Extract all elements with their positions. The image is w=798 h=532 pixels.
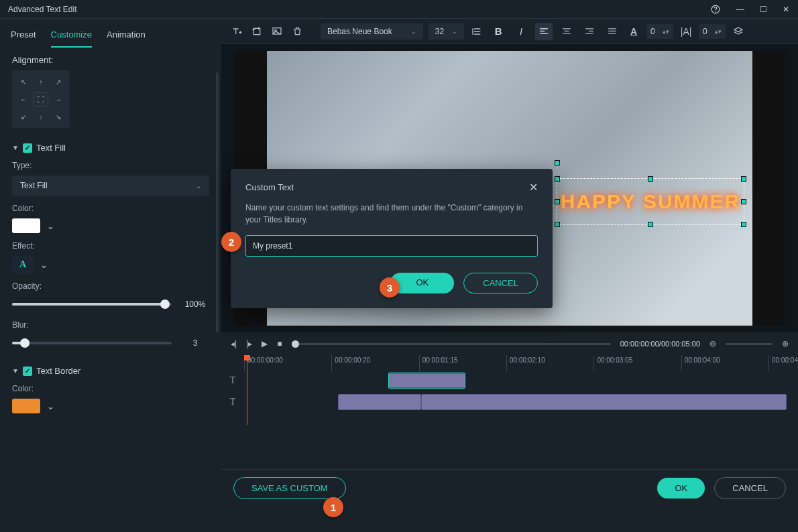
chevron-down-icon[interactable]: ⌄ bbox=[47, 221, 54, 231]
letter-spacing-input[interactable]: 0▴▾ bbox=[646, 24, 673, 39]
align-right-button[interactable] bbox=[581, 23, 598, 40]
effect-label: Effect: bbox=[12, 241, 209, 251]
kerning-icon[interactable]: |A| bbox=[679, 24, 693, 39]
annotation-badge-2: 2 bbox=[221, 232, 241, 252]
zoom-in-icon[interactable]: ⊕ bbox=[782, 339, 789, 348]
zoom-out-icon[interactable]: ⊖ bbox=[709, 339, 716, 348]
align-mc-icon[interactable]: ⛶ bbox=[34, 92, 48, 107]
cancel-button[interactable]: CANCEL bbox=[714, 477, 786, 499]
effect-select[interactable]: A bbox=[12, 256, 34, 273]
scrollbar[interactable] bbox=[216, 72, 219, 332]
align-mr-icon[interactable]: → bbox=[51, 92, 66, 107]
font-size-select[interactable]: 32⌄ bbox=[429, 23, 464, 40]
minimize-icon[interactable]: — bbox=[734, 5, 747, 14]
caret-down-icon[interactable]: ▼ bbox=[12, 144, 19, 151]
alignment-grid[interactable]: ↖ ↑ ↗ ← ⛶ → ↙ ↓ ↘ bbox=[12, 70, 70, 128]
sidebar: Alignment: ↖ ↑ ↗ ← ⛶ → ↙ ↓ ↘ ▼ Text Fill… bbox=[0, 19, 221, 507]
bottom-bar: SAVE AS CUSTOM OK CANCEL bbox=[221, 469, 798, 507]
step-back-icon[interactable]: ◂| bbox=[231, 339, 237, 348]
type-label: Type: bbox=[12, 161, 209, 170]
align-justify-button[interactable] bbox=[604, 23, 621, 40]
timeline-ruler[interactable]: 00:00:00:00 00:00:00:20 00:00:01:15 00:0… bbox=[221, 355, 798, 371]
annotation-badge-3: 3 bbox=[380, 277, 400, 297]
trash-icon[interactable] bbox=[290, 24, 304, 39]
align-center-button[interactable] bbox=[558, 23, 575, 40]
type-select[interactable]: Text Fill ⌄ bbox=[12, 176, 209, 196]
modal-close-icon[interactable]: ✕ bbox=[529, 181, 538, 194]
modal-description: Name your custom text settings and find … bbox=[245, 202, 538, 226]
window-title: Advanced Text Edit bbox=[5, 5, 711, 14]
text-color-icon[interactable]: A bbox=[626, 24, 641, 39]
playback-bar: ◂| |▸ ▶ ■ 00:00:00:00/00:00:05:00 ⊖ ⊕ bbox=[221, 332, 798, 355]
playback-slider[interactable] bbox=[292, 343, 611, 345]
timecode: 00:00:00:00/00:00:05:00 bbox=[620, 340, 700, 348]
modal-cancel-button[interactable]: CANCEL bbox=[463, 273, 538, 293]
preset-name-input[interactable] bbox=[245, 235, 538, 257]
color-swatch-fill[interactable] bbox=[12, 218, 40, 233]
opacity-slider[interactable] bbox=[12, 303, 172, 306]
image-icon[interactable] bbox=[270, 24, 284, 39]
titlebar: Advanced Text Edit — ☐ ✕ bbox=[0, 0, 798, 19]
font-select[interactable]: Bebas Neue Book⌄ bbox=[321, 23, 423, 40]
canvas-title-text[interactable]: HAPPY SUMMER bbox=[561, 190, 740, 213]
text-track-icon: T bbox=[221, 397, 244, 407]
type-value: Text Fill bbox=[20, 181, 48, 190]
blur-label: Blur: bbox=[12, 320, 209, 330]
stop-icon[interactable]: ■ bbox=[277, 339, 282, 348]
align-bl-icon[interactable]: ↙ bbox=[16, 109, 31, 124]
chevron-down-icon: ⌄ bbox=[196, 182, 201, 190]
text-border-checkbox[interactable] bbox=[23, 367, 32, 376]
track-row[interactable]: T Happy Summer bbox=[221, 371, 798, 390]
text-fill-checkbox[interactable] bbox=[23, 143, 32, 153]
align-br-icon[interactable]: ↘ bbox=[51, 109, 66, 124]
align-tr-icon[interactable]: ↗ bbox=[51, 74, 66, 89]
text-track-icon: T bbox=[221, 375, 244, 386]
align-tc-icon[interactable]: ↑ bbox=[34, 74, 48, 89]
text-border-header: Text Border bbox=[36, 366, 80, 376]
italic-button[interactable]: I bbox=[512, 23, 530, 40]
border-color-label: Color: bbox=[12, 384, 209, 393]
layers-icon[interactable] bbox=[731, 24, 746, 39]
modal-title: Custom Text bbox=[245, 182, 294, 192]
align-ml-icon[interactable]: ← bbox=[16, 92, 31, 107]
track-row[interactable]: T bbox=[221, 393, 798, 411]
add-text-icon[interactable] bbox=[229, 24, 244, 39]
color-label: Color: bbox=[12, 204, 209, 213]
font-size-value: 32 bbox=[435, 27, 444, 36]
annotation-badge-1: 1 bbox=[323, 497, 343, 517]
caret-down-icon[interactable]: ▼ bbox=[12, 367, 19, 375]
crop-icon[interactable] bbox=[249, 24, 264, 39]
timeline: 00:00:00:00 00:00:00:20 00:00:01:15 00:0… bbox=[221, 355, 798, 469]
playhead[interactable] bbox=[247, 355, 247, 425]
clip-happy-summer[interactable]: Happy Summer bbox=[388, 373, 466, 389]
opacity-value: 100% bbox=[181, 300, 209, 309]
bold-button[interactable]: B bbox=[490, 23, 507, 40]
align-left-button[interactable] bbox=[535, 23, 553, 40]
chevron-down-icon[interactable]: ⌄ bbox=[40, 260, 48, 270]
color-swatch-border[interactable] bbox=[12, 399, 40, 413]
ok-button[interactable]: OK bbox=[657, 478, 705, 498]
zoom-slider[interactable] bbox=[726, 343, 773, 345]
top-toolbar: Bebas Neue Book⌄ 32⌄ B I A 0▴▾ |A| 0▴▾ bbox=[221, 19, 798, 44]
text-selection[interactable]: HAPPY SUMMER bbox=[557, 178, 744, 225]
play-icon[interactable]: ▶ bbox=[262, 339, 268, 348]
clip-secondary[interactable] bbox=[338, 394, 421, 410]
alignment-label: Alignment: bbox=[12, 55, 209, 65]
align-tl-icon[interactable]: ↖ bbox=[16, 74, 31, 89]
maximize-icon[interactable]: ☐ bbox=[756, 5, 770, 14]
blur-value: 3 bbox=[181, 338, 209, 348]
clip-secondary-2[interactable] bbox=[421, 394, 787, 410]
save-as-custom-button[interactable]: SAVE AS CUSTOM bbox=[233, 477, 346, 499]
modal-ok-button[interactable]: OK bbox=[390, 273, 454, 293]
help-icon[interactable] bbox=[711, 5, 724, 14]
svg-point-1 bbox=[716, 11, 716, 12]
step-fwd-icon[interactable]: |▸ bbox=[246, 339, 252, 348]
font-value: Bebas Neue Book bbox=[327, 27, 392, 36]
align-bc-icon[interactable]: ↓ bbox=[34, 109, 48, 124]
chevron-down-icon[interactable]: ⌄ bbox=[47, 401, 54, 411]
opacity-label: Opacity: bbox=[12, 281, 209, 291]
close-icon[interactable]: ✕ bbox=[779, 5, 793, 14]
kerning-input[interactable]: 0▴▾ bbox=[699, 24, 726, 39]
blur-slider[interactable] bbox=[12, 342, 172, 344]
line-height-icon[interactable] bbox=[469, 24, 484, 39]
